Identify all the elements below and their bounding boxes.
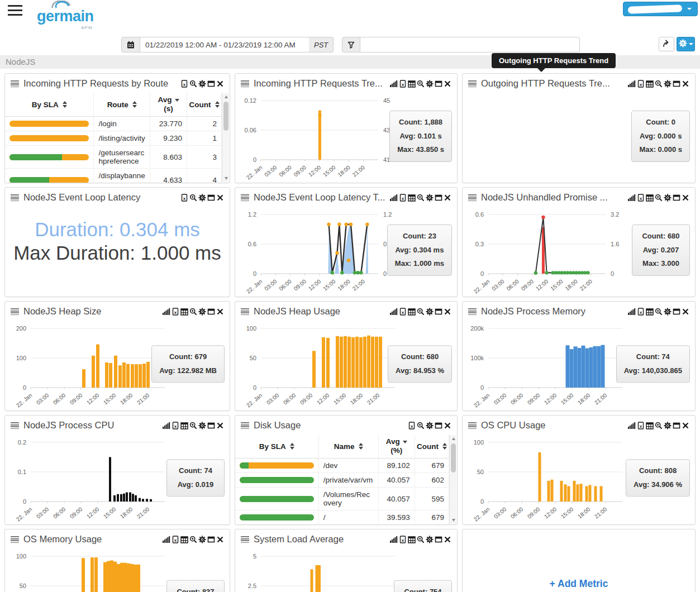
settings-icon[interactable] xyxy=(198,80,206,88)
panel-menu-icon[interactable] xyxy=(241,422,249,429)
table-row[interactable]: /listing/activity9.2301 xyxy=(5,131,222,146)
close-icon[interactable] xyxy=(682,422,689,429)
close-icon[interactable] xyxy=(216,80,224,88)
data-table-icon[interactable] xyxy=(180,422,188,429)
chart-bars-icon[interactable] xyxy=(390,536,398,543)
close-icon[interactable] xyxy=(444,536,451,543)
panel-menu-icon[interactable] xyxy=(241,80,249,87)
maximize-icon[interactable] xyxy=(435,80,442,88)
data-table-icon[interactable] xyxy=(180,308,188,316)
data-table-icon[interactable] xyxy=(646,194,654,202)
chart-bars-icon[interactable] xyxy=(163,308,170,316)
excel-export-icon[interactable]: x xyxy=(172,536,179,543)
maximize-icon[interactable] xyxy=(673,308,680,316)
table-row[interactable]: /private/var/vm40.057602 xyxy=(235,473,449,488)
scroll-down-icon[interactable] xyxy=(450,517,457,524)
zoom-icon[interactable] xyxy=(417,80,425,88)
chart-bars-icon[interactable] xyxy=(628,422,636,429)
date-range-input[interactable] xyxy=(140,37,309,52)
vertical-scrollbar[interactable] xyxy=(222,93,229,182)
maximize-icon[interactable] xyxy=(207,536,215,543)
settings-icon[interactable] xyxy=(426,308,434,316)
zoom-icon[interactable] xyxy=(417,536,425,543)
data-table-icon[interactable] xyxy=(646,422,654,429)
data-table-icon[interactable] xyxy=(408,80,416,88)
close-icon[interactable] xyxy=(682,80,689,88)
excel-export-icon[interactable]: x xyxy=(399,536,407,543)
settings-icon[interactable] xyxy=(664,422,672,429)
settings-icon[interactable] xyxy=(426,80,434,88)
column-header-route[interactable]: Route xyxy=(94,93,150,117)
excel-export-icon[interactable]: x xyxy=(180,80,188,88)
excel-export-icon[interactable]: x xyxy=(399,194,407,202)
close-icon[interactable] xyxy=(216,422,224,429)
column-header-count[interactable]: Count xyxy=(187,93,222,117)
panel-menu-icon[interactable] xyxy=(468,422,477,429)
zoom-icon[interactable] xyxy=(655,422,663,429)
table-row[interactable]: /dev89.102679 xyxy=(235,459,449,473)
filter-icon[interactable] xyxy=(342,37,360,52)
column-header-by-sla[interactable]: By SLA xyxy=(5,93,94,117)
user-menu-button[interactable] xyxy=(623,2,698,16)
settings-icon[interactable] xyxy=(198,194,206,202)
settings-icon[interactable] xyxy=(426,422,434,429)
maximize-icon[interactable] xyxy=(673,194,680,202)
chart-bars-icon[interactable] xyxy=(628,308,636,316)
panel-menu-icon[interactable] xyxy=(468,194,477,201)
maximize-icon[interactable] xyxy=(207,194,215,202)
panel-menu-icon[interactable] xyxy=(11,80,19,87)
chart-bars-icon[interactable] xyxy=(390,80,398,88)
panel-menu-icon[interactable] xyxy=(11,194,19,201)
panel-menu-icon[interactable] xyxy=(241,194,249,201)
add-metric-button[interactable]: + Add Metric xyxy=(550,578,608,590)
close-icon[interactable] xyxy=(444,422,451,429)
table-row[interactable]: /login23.7702 xyxy=(5,117,222,131)
maximize-icon[interactable] xyxy=(435,194,442,202)
excel-export-icon[interactable]: x xyxy=(408,422,416,429)
zoom-icon[interactable] xyxy=(417,194,425,202)
zoom-icon[interactable] xyxy=(189,308,197,316)
excel-export-icon[interactable]: x xyxy=(637,80,645,88)
panel-menu-icon[interactable] xyxy=(241,308,249,315)
maximize-icon[interactable] xyxy=(435,308,442,316)
panel-menu-icon[interactable] xyxy=(468,308,477,315)
column-header-count[interactable]: Count xyxy=(415,435,449,459)
settings-icon[interactable] xyxy=(198,422,206,429)
settings-icon[interactable] xyxy=(664,308,672,316)
close-icon[interactable] xyxy=(444,194,451,202)
calendar-icon[interactable] xyxy=(121,37,140,52)
panel-menu-icon[interactable] xyxy=(468,80,477,87)
close-icon[interactable] xyxy=(682,194,689,202)
settings-icon[interactable] xyxy=(198,536,206,543)
chart-bars-icon[interactable] xyxy=(628,194,636,202)
zoom-icon[interactable] xyxy=(417,422,425,429)
excel-export-icon[interactable]: x xyxy=(637,422,645,429)
settings-icon[interactable] xyxy=(426,194,434,202)
chart-bars-icon[interactable] xyxy=(163,422,170,429)
share-button[interactable] xyxy=(659,37,674,51)
data-table-icon[interactable] xyxy=(408,536,416,543)
scrollbar-thumb[interactable] xyxy=(451,443,456,472)
dashboard-settings-button[interactable] xyxy=(677,37,695,51)
zoom-icon[interactable] xyxy=(655,194,663,202)
maximize-icon[interactable] xyxy=(673,80,680,88)
column-header-by-sla[interactable]: By SLA xyxy=(235,435,318,459)
settings-icon[interactable] xyxy=(198,308,206,316)
maximize-icon[interactable] xyxy=(673,422,680,429)
column-header-name[interactable]: Name xyxy=(318,435,378,459)
menu-icon[interactable] xyxy=(8,5,22,16)
maximize-icon[interactable] xyxy=(207,308,215,316)
table-row[interactable]: /Volumes/Recovery40.057595 xyxy=(235,488,449,510)
excel-export-icon[interactable]: x xyxy=(172,422,179,429)
excel-export-icon[interactable]: x xyxy=(172,308,179,316)
zoom-icon[interactable] xyxy=(189,80,197,88)
chart-bars-icon[interactable] xyxy=(390,308,398,316)
settings-icon[interactable] xyxy=(426,536,434,543)
close-icon[interactable] xyxy=(216,536,224,543)
zoom-icon[interactable] xyxy=(417,308,425,316)
settings-icon[interactable] xyxy=(664,194,672,202)
chart-bars-icon[interactable] xyxy=(628,80,636,88)
panel-menu-icon[interactable] xyxy=(11,308,19,315)
close-icon[interactable] xyxy=(682,308,689,316)
excel-export-icon[interactable]: x xyxy=(180,194,188,202)
